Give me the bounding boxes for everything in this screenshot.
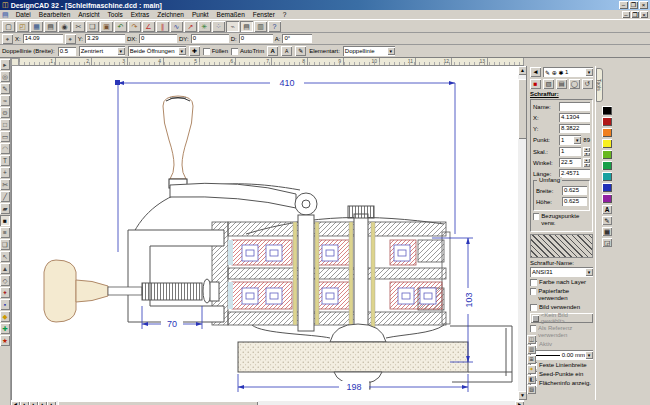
feste-linienbreite-checkbox[interactable]: Feste Linienbreite: [530, 362, 593, 369]
chevron-down-icon[interactable]: ▾: [387, 47, 395, 55]
tool-icon[interactable]: □: [0, 119, 10, 130]
d-field[interactable]: 0: [239, 34, 273, 43]
tool-icon[interactable]: ❏: [0, 239, 10, 250]
linewidth-dropdown[interactable]: 0.00 mm▾: [530, 350, 593, 360]
color-swatch[interactable]: [602, 117, 612, 126]
panel-side-icon[interactable]: ◧: [527, 375, 536, 384]
chevron-down-icon[interactable]: ▾: [117, 47, 125, 55]
toolbar-icon[interactable]: ▤: [240, 21, 253, 32]
tool-icon[interactable]: ■: [0, 215, 10, 226]
vertical-scrollbar[interactable]: ▲ ▼: [517, 66, 526, 400]
toolbar-icon[interactable]: ?: [268, 21, 281, 32]
tool-icon[interactable]: ▪: [0, 299, 10, 310]
panel-tool-icon[interactable]: ↺: [582, 79, 593, 89]
vertical-scroll-track[interactable]: [518, 75, 526, 391]
panel-side-icon[interactable]: ▧: [527, 385, 536, 394]
tool-icon[interactable]: ▸: [0, 59, 10, 70]
flaecheninfo-checkbox[interactable]: Flächeninfo anzeig.: [530, 380, 593, 387]
kein-bild-button[interactable]: <Kein Bild gewählt>: [530, 313, 593, 323]
tool-icon[interactable]: ▲: [0, 263, 10, 274]
hy-field[interactable]: 8.3822: [559, 124, 590, 133]
openings-dropdown[interactable]: Beide Öffnungen▾: [128, 46, 186, 56]
toolbar-icon[interactable]: ▥: [254, 21, 267, 32]
toolbar-icon[interactable]: ↷: [128, 21, 141, 32]
color-swatch[interactable]: [602, 194, 612, 203]
winkel-stepper[interactable]: ▴▾: [583, 158, 590, 167]
dx-field[interactable]: 0: [139, 34, 177, 43]
toolbar-icon[interactable]: ▢: [2, 21, 15, 32]
title-bar[interactable]: ◫ DesignCAD 32 - [Schleifmaschine.dcd : …: [0, 0, 650, 10]
menu-ansicht[interactable]: Ansicht: [74, 10, 103, 20]
toolbar-icon[interactable]: ⁘: [212, 21, 225, 32]
tool-icon[interactable]: ⊙: [0, 107, 10, 118]
toolbar-icon[interactable]: ↗: [184, 21, 197, 32]
grinding-wheel[interactable]: [238, 324, 468, 389]
x-field[interactable]: 14.09: [23, 34, 63, 43]
toolbar-icon[interactable]: ✳: [198, 21, 211, 32]
text-color-icon[interactable]: A: [602, 205, 612, 214]
panel-tool-icon[interactable]: ◯: [569, 79, 580, 89]
tool-icon[interactable]: ▭: [0, 131, 10, 142]
pick-icon[interactable]: ◲: [602, 238, 612, 247]
color-swatch[interactable]: [602, 150, 612, 159]
a-field[interactable]: 0°: [282, 34, 312, 43]
name-field[interactable]: [559, 102, 590, 111]
maximize-icon[interactable]: ❐: [629, 1, 638, 9]
panel-tool-icon[interactable]: ■: [530, 79, 541, 89]
doc-close-icon[interactable]: ×: [640, 11, 648, 18]
menu-fenster[interactable]: Fenster: [249, 10, 279, 20]
tool-icon[interactable]: ≈: [0, 95, 10, 106]
panel-side-icon[interactable]: ⊞: [527, 355, 536, 364]
scroll-left-icon[interactable]: ◄: [11, 401, 20, 405]
hx-field[interactable]: 4.1304: [559, 113, 590, 122]
page-button[interactable]: ▪: [38, 401, 47, 405]
tool-icon[interactable]: ★: [0, 335, 10, 346]
pen2-icon[interactable]: ✎: [602, 216, 612, 225]
panel-tool-icon[interactable]: ▧: [543, 79, 554, 89]
winkel-field[interactable]: 22.5: [559, 158, 581, 167]
toolbar-icon[interactable]: ⌁: [226, 21, 239, 32]
toolbar-icon[interactable]: ▤: [44, 21, 57, 32]
elementart-dropdown[interactable]: Doppellinie▾: [343, 46, 395, 56]
color-swatch[interactable]: [602, 128, 612, 137]
breite-field[interactable]: 0.625: [562, 186, 587, 195]
chevron-down-icon[interactable]: ▾: [585, 68, 593, 76]
menu-tools[interactable]: Tools: [104, 10, 127, 20]
bezugspunkte-checkbox[interactable]: Bezugspunkte verw.: [533, 213, 590, 227]
font-large-icon[interactable]: A: [267, 46, 278, 56]
menu-hilfe[interactable]: ?: [279, 10, 291, 20]
menu-punkt[interactable]: Punkt: [188, 10, 213, 20]
color-swatch[interactable]: [602, 106, 612, 115]
autotrim-checkbox[interactable]: AutoTrim: [231, 48, 264, 55]
doc-minimize-icon[interactable]: –: [622, 11, 630, 18]
toolbar-icon[interactable]: ✂: [72, 21, 85, 32]
panel-collapse-icon[interactable]: ◄: [530, 67, 541, 77]
table-clamp[interactable]: [44, 230, 224, 322]
checkbox-icon[interactable]: [203, 48, 210, 55]
horizontal-scrollbar[interactable]: ◄ ▪ ▪ ▪ ▪ ►: [11, 400, 524, 405]
chevron-down-icon[interactable]: ▾: [585, 268, 593, 276]
cursor-coord-icon[interactable]: ⌖: [2, 34, 13, 44]
panel-side-icon[interactable]: ◫: [527, 335, 536, 344]
tool-icon[interactable]: ╱: [0, 191, 10, 202]
toolbar-icon[interactable]: ↶: [114, 21, 127, 32]
toolbar-icon[interactable]: ❏: [86, 21, 99, 32]
point-coord-icon[interactable]: ⌖: [65, 34, 76, 44]
laenge-field[interactable]: 2.4571: [559, 169, 590, 178]
page-button[interactable]: ▪: [47, 401, 56, 405]
menu-bemassen[interactable]: Bemaßen: [213, 10, 249, 20]
dy-field[interactable]: 0: [191, 34, 229, 43]
menu-datei[interactable]: Datei: [12, 10, 35, 20]
tool-icon[interactable]: ▰: [0, 203, 10, 214]
chevron-down-icon[interactable]: ▾: [585, 351, 593, 359]
pen-style-icon[interactable]: ✎: [295, 46, 306, 56]
tool-icon[interactable]: ◇: [0, 275, 10, 286]
color-swatch[interactable]: [602, 139, 612, 148]
page-button[interactable]: ▪: [20, 401, 29, 405]
panel-tool-icon[interactable]: ▤: [556, 79, 567, 89]
minimize-icon[interactable]: –: [619, 1, 628, 9]
toolbar-icon[interactable]: ▣: [100, 21, 113, 32]
entity-combo[interactable]: ✎ ⊕ ✱ 1 ▾: [543, 67, 593, 77]
color-swatch[interactable]: [602, 161, 612, 170]
toolbar-icon[interactable]: ∠: [142, 21, 155, 32]
